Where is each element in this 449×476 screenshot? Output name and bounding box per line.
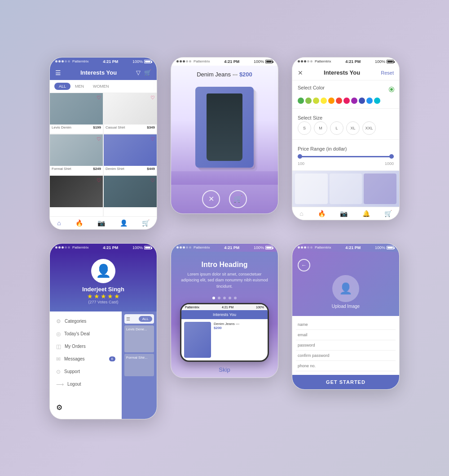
color-label: Select Color <box>298 85 325 90</box>
product-img-3: ♡ <box>104 134 157 166</box>
dislike-button[interactable]: ✕ <box>202 190 220 208</box>
product-heart-4[interactable]: ♡ <box>97 178 101 183</box>
status-time-4: 4:21 PM <box>103 245 118 250</box>
product-cell-5[interactable]: ♡ <box>104 176 157 216</box>
overlay-hamburger: ☰ <box>126 316 130 321</box>
profile-avatar: 👤 <box>91 259 115 283</box>
home-nav-3[interactable]: ⌂ <box>299 210 303 217</box>
hamburger-icon[interactable]: ☰ <box>55 69 61 76</box>
price-label: Price Range (in dollar) <box>298 146 347 151</box>
color-pink[interactable] <box>343 98 350 104</box>
confirm-password-input[interactable] <box>296 351 396 361</box>
filter-header: ✕ Interests You Reset <box>292 66 399 80</box>
get-started-button[interactable]: GET STARTED <box>292 375 399 389</box>
status-time-6: 4:21 PM <box>345 245 361 250</box>
product-detail-actions: ✕ 🛒 <box>171 185 278 214</box>
camera-nav-3[interactable]: 📷 <box>340 210 348 217</box>
profile-nav-icon[interactable]: 👤 <box>120 219 128 227</box>
fire-nav-icon[interactable]: 🔥 <box>75 219 83 227</box>
upload-avatar[interactable]: 👤 <box>332 275 359 302</box>
close-filter-button[interactable]: ✕ <box>298 69 303 76</box>
slider-thumb-max[interactable] <box>389 154 394 159</box>
register-top: ← 👤 Upload Image <box>292 252 399 316</box>
color-blue[interactable] <box>366 98 373 104</box>
bell-nav-3[interactable]: 🔔 <box>362 210 370 217</box>
status-right-2: 100% <box>254 59 273 64</box>
product-cell-0[interactable]: ♡ Levis Denim $199 <box>50 93 103 133</box>
size-s[interactable]: S <box>298 121 311 135</box>
status-bar-5: Patterntrix 4:21 PM 100% <box>171 244 278 252</box>
home-nav-icon[interactable]: ⌂ <box>57 219 61 227</box>
intro-header: Intro Heading Lorem ipsum dolor sit amet… <box>171 252 278 294</box>
product-cell-3[interactable]: ♡ Denim Shirt $449 <box>104 134 157 175</box>
product-heart-0[interactable]: ♡ <box>97 95 101 101</box>
pag-dot-1 <box>218 297 220 299</box>
drawer-logout[interactable]: ⟶ Logout <box>50 378 122 391</box>
status-right-6: 100% <box>375 245 394 250</box>
color-lightgreen[interactable] <box>305 98 312 104</box>
fire-nav-3[interactable]: 🔥 <box>318 210 326 217</box>
password-input[interactable] <box>296 340 396 351</box>
slider-thumb-min[interactable] <box>298 154 302 159</box>
mini-header: Interests You <box>181 310 268 319</box>
product-cell-1[interactable]: ♡ Casual Shirt $349 <box>104 93 157 133</box>
product-cell-2[interactable]: ♡ Formal Shirt $249 <box>50 134 103 175</box>
tab-women[interactable]: WOMEN <box>88 83 114 90</box>
product-detail-img-wrap <box>171 80 278 171</box>
color-cyan[interactable] <box>374 98 380 104</box>
color-swatches <box>298 98 394 104</box>
product-heart-3[interactable]: ♡ <box>150 136 155 142</box>
status-bar-3: Patterntrix 4:21 PM 100% <box>292 58 399 66</box>
product-heart-5[interactable]: ♡ <box>150 178 155 183</box>
size-m[interactable]: M <box>314 121 327 135</box>
color-green[interactable] <box>298 98 304 104</box>
phone-product-detail: Patterntrix 4:21 PM 100% Denim Jeans •••… <box>171 57 278 214</box>
size-label: Select Size <box>298 115 322 120</box>
name-input[interactable] <box>296 320 396 330</box>
skip-button[interactable]: Skip <box>171 362 278 378</box>
reset-filter-button[interactable]: Reset <box>381 70 394 76</box>
price-range-slider[interactable] <box>298 152 394 161</box>
tab-men[interactable]: MEN <box>70 83 88 90</box>
filter-tabs: ALL MEN WOMEN <box>50 80 157 93</box>
cart-icon[interactable]: 🛒 <box>144 69 151 76</box>
color-indigo[interactable] <box>359 98 365 104</box>
settings-item[interactable]: ⚙ <box>50 400 122 415</box>
phone-register: Patterntrix 4:21 PM 100% ← 👤 Upload Imag… <box>292 243 400 390</box>
size-xl[interactable]: XL <box>346 121 360 135</box>
color-purple[interactable] <box>351 98 357 104</box>
phone-mockup: Patterntrix 4:21 PM 100% Interests You D… <box>180 303 269 362</box>
size-l[interactable]: L <box>330 121 343 135</box>
size-xxl[interactable]: XXL <box>362 121 376 135</box>
star-rating: ★★★★★ <box>55 293 151 300</box>
filter-icon[interactable]: ▽ <box>136 69 141 76</box>
cart-nav-3[interactable]: 🛒 <box>384 210 392 217</box>
back-button[interactable]: ← <box>298 259 310 271</box>
signal-dots-6: Patterntrix <box>298 245 331 249</box>
mini-product-name: Denim Jeans ••• <box>214 322 265 326</box>
camera-nav-icon[interactable]: 📷 <box>97 219 105 227</box>
drawer-categories[interactable]: ⚙ Categories <box>50 315 122 328</box>
drawer-support[interactable]: ⊙ Support <box>50 365 122 378</box>
color-red[interactable] <box>336 98 342 104</box>
mini-product-image <box>184 322 211 358</box>
cart-nav-icon[interactable]: 🛒 <box>142 219 150 227</box>
email-input[interactable] <box>296 330 396 340</box>
signal-dots-4: Patterntrix <box>55 245 88 249</box>
color-lime[interactable] <box>313 98 319 104</box>
messages-badge: 6 <box>109 356 115 361</box>
product-cell-4[interactable]: ♡ <box>50 176 103 216</box>
color-yellow[interactable] <box>321 98 327 104</box>
carrier-5: Patterntrix <box>194 245 210 249</box>
screen1-header: ☰ Interests You ▽ 🛒 <box>50 66 157 80</box>
phone-input[interactable] <box>296 361 396 371</box>
deal-icon: ◎ <box>56 331 61 337</box>
product-heart-2[interactable]: ♡ <box>97 136 101 142</box>
product-heart-1[interactable]: ♡ <box>150 95 155 101</box>
drawer-messages[interactable]: ✉ Messages 6 <box>50 353 122 365</box>
drawer-todays-deal[interactable]: ◎ Today's Deal <box>50 328 122 340</box>
add-to-cart-button[interactable]: 🛒 <box>229 190 247 208</box>
tab-all[interactable]: ALL <box>54 83 70 90</box>
drawer-my-orders[interactable]: ◫ My Orders <box>50 340 122 353</box>
color-orange[interactable] <box>328 98 335 104</box>
